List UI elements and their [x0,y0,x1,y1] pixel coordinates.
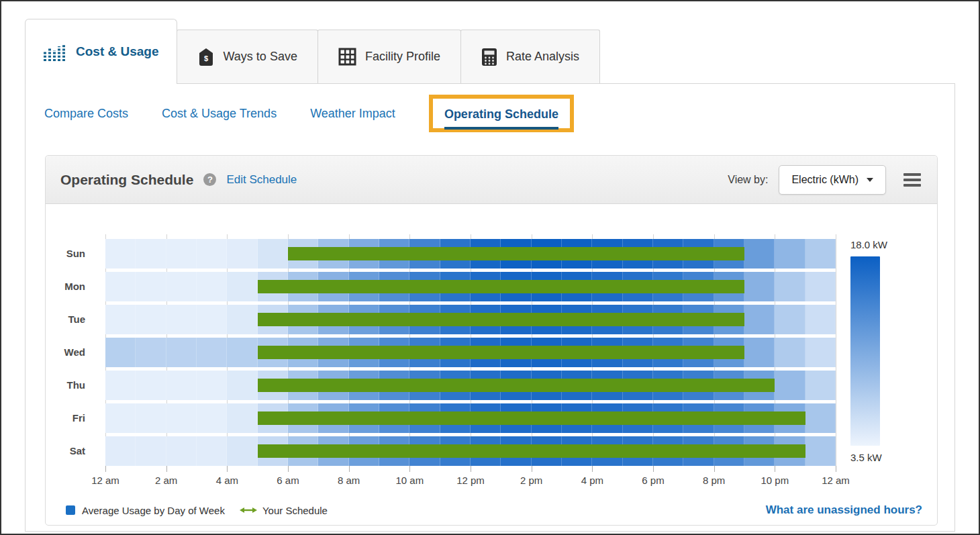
building-grid-icon [338,48,356,66]
heatmap-cell [805,403,836,433]
schedule-bar [258,280,744,293]
heatmap-cell [805,305,836,334]
x-axis-label: 10 am [395,475,424,486]
x-axis-hour-labels: 12 am2 am4 am6 am8 am10 am12 pm2 pm4 pm6… [105,466,836,493]
tab-label: Rate Analysis [506,50,579,64]
heatmap-cell [105,371,136,400]
heatmap-cell [197,305,227,334]
heatmap-cell [258,239,288,269]
svg-text:$: $ [203,54,207,62]
scale-min-label: 3.5 kW [850,452,924,463]
heatmap-cell [197,239,227,269]
subtab-operating-schedule[interactable]: Operating Schedule [444,107,558,130]
app-window: Cost & Usage $ Ways to Save Facility Pro… [0,0,980,535]
heatmap-cell [166,403,197,433]
x-axis-label: 6 pm [642,475,664,486]
heatmap-cell [775,272,805,301]
heatmap-cell [197,436,227,466]
heatmap-cell [166,338,197,367]
heatmap-cell [166,272,197,301]
usage-legend-swatch [66,505,75,515]
help-icon[interactable]: ? [203,173,216,186]
heatmap-cell [805,272,836,301]
day-label: Tue [46,305,105,334]
tab-ways-to-save[interactable]: $ Ways to Save [177,30,318,83]
heatmap-cell [197,272,227,301]
x-axis-tick [471,466,471,472]
x-axis-tick [166,466,167,472]
operating-schedule-panel: Operating Schedule ? Edit Schedule View … [45,155,938,526]
x-axis-label: 4 pm [581,475,603,486]
heatmap-row [105,239,836,269]
unassigned-hours-link[interactable]: What are unassigned hours? [766,503,922,517]
heatmap-cell [105,436,136,466]
heatmap-cell [227,305,257,334]
heatmap-cell [136,239,166,269]
schedule-bar [258,379,775,392]
x-axis-tick [592,466,593,472]
heatmap-cell [227,239,257,269]
heatmap-grid [105,239,836,466]
chart-legend: Average Usage by Day of Week Your Schedu… [46,503,937,517]
subtab-cost-usage-trends[interactable]: Cost & Usage Trends [162,107,277,121]
heatmap-row [105,305,836,334]
x-axis-label: 12 am [91,475,119,486]
heatmap-cell [805,436,836,466]
heatmap-cell [227,403,257,433]
tab-label: Facility Profile [365,50,440,64]
chevron-down-icon [867,178,873,182]
heatmap-cell [105,305,136,334]
main-tab-bar: Cost & Usage $ Ways to Save Facility Pro… [25,19,979,83]
schedule-bar [258,411,805,425]
x-axis-tick [532,466,532,472]
schedule-bar [258,346,744,359]
heatmap-cell [227,371,257,400]
tab-facility-profile[interactable]: Facility Profile [317,30,461,83]
heatmap-cell [227,436,257,466]
heatmap-cell [166,436,197,466]
color-scale-bar [850,256,880,446]
x-axis-label: 8 am [338,475,360,486]
tab-cost-and-usage[interactable]: Cost & Usage [25,19,177,84]
heatmap-cell [805,338,836,367]
heatmap-cell [775,338,805,367]
tab-rate-analysis[interactable]: Rate Analysis [460,30,600,83]
panel-header: Operating Schedule ? Edit Schedule View … [46,156,937,204]
heatmap-cell [166,371,197,400]
bar-chart-icon [43,43,67,61]
panel-body: SunMonTueWedThuFriSat 12 am2 am4 am6 am8… [46,204,937,522]
heatmap-row [105,403,836,433]
x-axis-tick [775,466,775,472]
tab-label: Cost & Usage [76,44,159,59]
x-axis-label: 2 pm [520,475,542,486]
price-tag-icon: $ [197,48,215,66]
day-label: Thu [46,371,105,400]
content-area: Compare Costs Cost & Usage Trends Weathe… [25,83,955,532]
heatmap-cell [197,403,227,433]
scale-max-label: 18.0 kW [850,239,924,250]
heatmap-cell [744,272,775,301]
x-axis-tick [288,466,289,472]
subtab-compare-costs[interactable]: Compare Costs [44,107,128,121]
x-axis-tick [349,466,350,472]
heatmap-cell [744,338,775,367]
heatmap-cell [805,239,836,269]
y-axis-day-labels: SunMonTueWedThuFriSat [46,239,105,493]
subtab-weather-impact[interactable]: Weather Impact [310,107,395,121]
x-axis-tick [836,466,836,472]
view-by-value: Electric (kWh) [791,174,859,186]
x-axis-tick [714,466,715,472]
heatmap-cell [166,239,197,269]
heatmap-cell [105,239,136,269]
day-label: Fri [46,403,105,433]
heatmap-cell [775,371,805,400]
menu-icon[interactable] [903,173,921,187]
heatmap-cell [166,305,197,334]
annotation-highlight-box: Operating Schedule [429,95,574,132]
heatmap-cell [227,272,257,301]
heatmap-row [105,436,836,466]
panel-title: Operating Schedule [60,172,193,188]
heatmap-cell [136,371,166,400]
view-by-dropdown[interactable]: Electric (kWh) [779,165,886,195]
edit-schedule-link[interactable]: Edit Schedule [226,173,297,187]
